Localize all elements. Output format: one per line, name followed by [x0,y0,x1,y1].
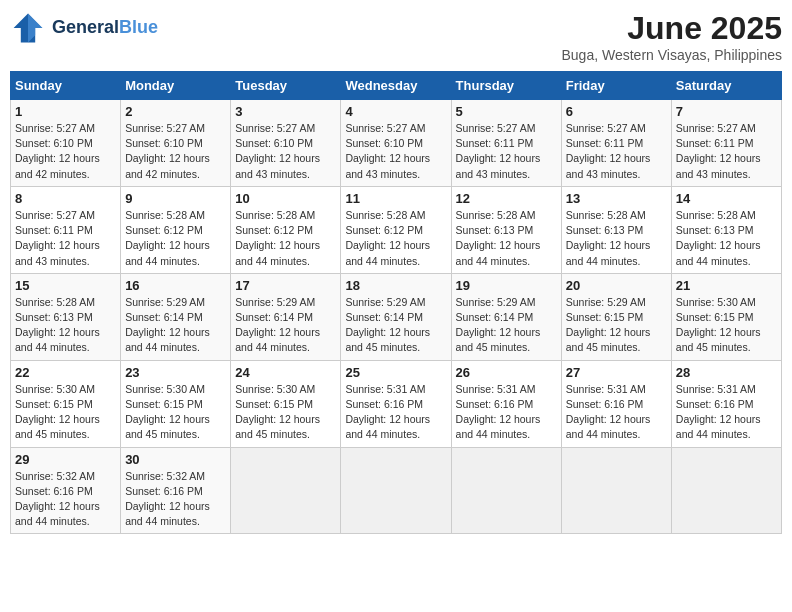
header-monday: Monday [121,72,231,100]
logo-text: GeneralBlue [52,18,158,38]
table-row: 25Sunrise: 5:31 AMSunset: 6:16 PMDayligh… [341,360,451,447]
calendar-week-1: 1Sunrise: 5:27 AMSunset: 6:10 PMDaylight… [11,100,782,187]
table-row [451,447,561,534]
table-row: 8Sunrise: 5:27 AMSunset: 6:11 PMDaylight… [11,186,121,273]
header-saturday: Saturday [671,72,781,100]
table-row: 22Sunrise: 5:30 AMSunset: 6:15 PMDayligh… [11,360,121,447]
table-row [341,447,451,534]
title-area: June 2025 Buga, Western Visayas, Philipp… [562,10,783,63]
table-row: 10Sunrise: 5:28 AMSunset: 6:12 PMDayligh… [231,186,341,273]
header-row: Sunday Monday Tuesday Wednesday Thursday… [11,72,782,100]
header-thursday: Thursday [451,72,561,100]
table-row: 24Sunrise: 5:30 AMSunset: 6:15 PMDayligh… [231,360,341,447]
table-row: 18Sunrise: 5:29 AMSunset: 6:14 PMDayligh… [341,273,451,360]
table-row: 20Sunrise: 5:29 AMSunset: 6:15 PMDayligh… [561,273,671,360]
calendar-subtitle: Buga, Western Visayas, Philippines [562,47,783,63]
table-row: 28Sunrise: 5:31 AMSunset: 6:16 PMDayligh… [671,360,781,447]
header-friday: Friday [561,72,671,100]
calendar-title: June 2025 [562,10,783,47]
table-row: 1Sunrise: 5:27 AMSunset: 6:10 PMDaylight… [11,100,121,187]
table-row: 6Sunrise: 5:27 AMSunset: 6:11 PMDaylight… [561,100,671,187]
calendar-week-5: 29Sunrise: 5:32 AMSunset: 6:16 PMDayligh… [11,447,782,534]
table-row: 5Sunrise: 5:27 AMSunset: 6:11 PMDaylight… [451,100,561,187]
table-row: 30Sunrise: 5:32 AMSunset: 6:16 PMDayligh… [121,447,231,534]
table-row: 9Sunrise: 5:28 AMSunset: 6:12 PMDaylight… [121,186,231,273]
page-header: GeneralBlue June 2025 Buga, Western Visa… [10,10,782,63]
table-row: 3Sunrise: 5:27 AMSunset: 6:10 PMDaylight… [231,100,341,187]
calendar-header: Sunday Monday Tuesday Wednesday Thursday… [11,72,782,100]
table-row: 13Sunrise: 5:28 AMSunset: 6:13 PMDayligh… [561,186,671,273]
table-row: 15Sunrise: 5:28 AMSunset: 6:13 PMDayligh… [11,273,121,360]
table-row: 19Sunrise: 5:29 AMSunset: 6:14 PMDayligh… [451,273,561,360]
table-row: 4Sunrise: 5:27 AMSunset: 6:10 PMDaylight… [341,100,451,187]
calendar-week-2: 8Sunrise: 5:27 AMSunset: 6:11 PMDaylight… [11,186,782,273]
header-sunday: Sunday [11,72,121,100]
calendar-week-4: 22Sunrise: 5:30 AMSunset: 6:15 PMDayligh… [11,360,782,447]
table-row [231,447,341,534]
calendar-week-3: 15Sunrise: 5:28 AMSunset: 6:13 PMDayligh… [11,273,782,360]
table-row: 21Sunrise: 5:30 AMSunset: 6:15 PMDayligh… [671,273,781,360]
table-row: 12Sunrise: 5:28 AMSunset: 6:13 PMDayligh… [451,186,561,273]
header-wednesday: Wednesday [341,72,451,100]
table-row: 14Sunrise: 5:28 AMSunset: 6:13 PMDayligh… [671,186,781,273]
table-row: 17Sunrise: 5:29 AMSunset: 6:14 PMDayligh… [231,273,341,360]
logo-icon [10,10,46,46]
table-row [561,447,671,534]
calendar-body: 1Sunrise: 5:27 AMSunset: 6:10 PMDaylight… [11,100,782,534]
calendar-table: Sunday Monday Tuesday Wednesday Thursday… [10,71,782,534]
table-row: 11Sunrise: 5:28 AMSunset: 6:12 PMDayligh… [341,186,451,273]
table-row: 26Sunrise: 5:31 AMSunset: 6:16 PMDayligh… [451,360,561,447]
table-row: 27Sunrise: 5:31 AMSunset: 6:16 PMDayligh… [561,360,671,447]
logo: GeneralBlue [10,10,158,46]
table-row: 16Sunrise: 5:29 AMSunset: 6:14 PMDayligh… [121,273,231,360]
table-row: 29Sunrise: 5:32 AMSunset: 6:16 PMDayligh… [11,447,121,534]
header-tuesday: Tuesday [231,72,341,100]
table-row: 7Sunrise: 5:27 AMSunset: 6:11 PMDaylight… [671,100,781,187]
table-row: 2Sunrise: 5:27 AMSunset: 6:10 PMDaylight… [121,100,231,187]
table-row [671,447,781,534]
table-row: 23Sunrise: 5:30 AMSunset: 6:15 PMDayligh… [121,360,231,447]
